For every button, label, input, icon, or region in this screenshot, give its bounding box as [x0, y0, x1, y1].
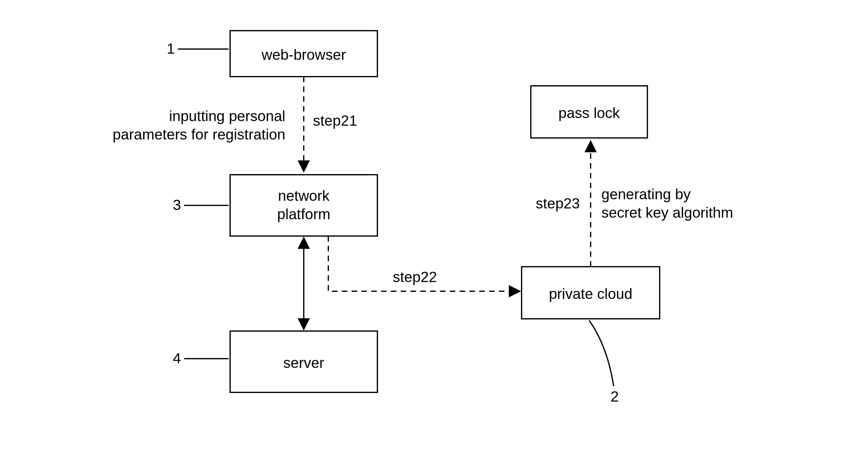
ref-2: 2	[611, 388, 619, 405]
node-network-platform-label-line1: network	[278, 188, 330, 204]
edge-step22-label: step22	[393, 269, 437, 285]
diagram-canvas: web-browser network platform network pla…	[0, 0, 868, 473]
edge-step21-label: step21	[313, 112, 357, 129]
node-server: server	[230, 331, 377, 393]
node-network-platform-label-line2: platform	[277, 206, 330, 222]
edge-step23-label: step23	[536, 195, 580, 211]
edge-step21-sidelabel-line2: parameters for registration	[113, 126, 285, 142]
ref-4: 4	[173, 350, 181, 366]
node-pass-lock-label: pass lock	[558, 105, 620, 121]
leader-2	[589, 320, 614, 386]
ref-1: 1	[166, 40, 175, 57]
edge-step21-sidelabel-line1: inputting personal	[169, 108, 285, 124]
node-web-browser: web-browser	[230, 31, 377, 77]
svg-rect-1	[230, 175, 377, 236]
node-web-browser-label: web-browser	[261, 46, 346, 63]
edge-step23-sidelabel-line2: secret key algorithm	[601, 204, 733, 221]
edge-step23-sidelabel-line1: generating by	[601, 186, 691, 202]
node-private-cloud: private cloud	[522, 267, 660, 319]
node-server-label: server	[283, 355, 324, 371]
ref-3: 3	[173, 197, 181, 213]
node-private-cloud-label: private cloud	[549, 286, 632, 302]
node-pass-lock: pass lock	[531, 86, 647, 138]
